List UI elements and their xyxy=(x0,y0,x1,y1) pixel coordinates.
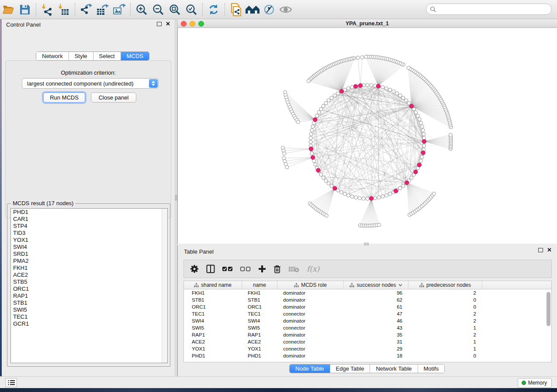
column-header-predecessor-nodes[interactable]: predecessor nodes xyxy=(408,281,482,289)
table-cell[interactable]: 2 xyxy=(408,331,482,338)
table-row[interactable]: SWI4SWI4dominator462 xyxy=(184,317,551,324)
column-header-MCDS-role[interactable]: MCDS role xyxy=(277,281,344,289)
divider-grip[interactable] xyxy=(175,195,177,200)
table-cell[interactable]: 46 xyxy=(344,317,408,324)
table-cell[interactable]: 1 xyxy=(408,324,482,331)
table-cell[interactable]: dominator xyxy=(277,317,344,324)
table-cell[interactable]: 0 xyxy=(408,303,482,310)
table-cell[interactable]: 61 xyxy=(344,303,408,310)
table-row[interactable]: FKH1FKH1dominator962 xyxy=(184,289,551,296)
mcds-node-item[interactable]: GCR1 xyxy=(11,320,167,327)
table-cell[interactable]: SWI4 xyxy=(184,317,242,324)
table-cell[interactable]: dominator xyxy=(277,296,344,303)
deselect-all-rows-button[interactable] xyxy=(240,266,251,272)
zoom-selected-button[interactable] xyxy=(184,2,199,17)
table-cell[interactable]: TEC1 xyxy=(184,310,242,317)
table-cell[interactable]: dominator xyxy=(277,289,344,296)
table-cell[interactable]: 2 xyxy=(408,317,482,324)
search-box[interactable] xyxy=(426,3,552,15)
table-cell[interactable]: 43 xyxy=(344,324,408,331)
table-cell[interactable]: 1 xyxy=(408,345,482,352)
network-window-titlebar[interactable]: YPA_prune.txt_1 xyxy=(177,19,557,28)
mcds-result-list[interactable]: PHD1CAR1STP4TID3YOX1SWI4SRD1PMA2FKH1ACE2… xyxy=(10,208,168,363)
network-home-button[interactable] xyxy=(245,2,260,17)
table-cell[interactable]: 2 xyxy=(408,310,482,317)
mcds-node-item[interactable]: TID3 xyxy=(11,230,167,237)
table-cell[interactable]: dominator xyxy=(277,303,344,310)
mcds-node-item[interactable]: SWI4 xyxy=(11,244,167,251)
table-cell[interactable]: 47 xyxy=(344,310,408,317)
tab-network-table[interactable]: Network Table xyxy=(370,364,418,373)
tab-select[interactable]: Select xyxy=(93,52,121,60)
import-network-button[interactable] xyxy=(40,2,55,17)
mcds-node-item[interactable]: PHD1 xyxy=(11,209,167,216)
table-cell[interactable]: 35 xyxy=(344,331,408,338)
table-cell[interactable]: SWI5 xyxy=(184,324,242,331)
table-cell[interactable]: SWI5 xyxy=(242,324,277,331)
table-cell[interactable]: ACE2 xyxy=(242,338,277,345)
table-cell[interactable]: dominator xyxy=(277,331,344,338)
table-cell[interactable]: 96 xyxy=(344,289,408,296)
duplicate-network-button[interactable] xyxy=(228,2,243,17)
hide-graphics-details-button[interactable] xyxy=(262,2,277,17)
table-cell[interactable]: connector xyxy=(277,345,344,352)
mcds-node-item[interactable]: RAP1 xyxy=(11,292,167,299)
mcds-list-scrollbar[interactable] xyxy=(162,209,167,363)
table-row[interactable]: SWI5SWI5connector431 xyxy=(184,324,551,331)
table-scrollbar-thumb[interactable] xyxy=(547,292,550,326)
delete-column-button[interactable] xyxy=(273,265,281,273)
mcds-node-item[interactable]: STB1 xyxy=(11,299,167,306)
table-row[interactable]: ORC1ORC1dominator610 xyxy=(184,303,551,310)
tab-network[interactable]: Network xyxy=(36,52,69,60)
mcds-node-item[interactable]: SWI5 xyxy=(11,306,167,313)
mcds-node-item[interactable]: PMA2 xyxy=(11,258,167,265)
table-cell[interactable]: YOX1 xyxy=(242,345,277,352)
save-session-button[interactable] xyxy=(17,2,32,17)
table-scrollbar[interactable] xyxy=(546,290,551,362)
mcds-node-item[interactable]: FKH1 xyxy=(11,265,167,272)
network-canvas[interactable] xyxy=(177,28,557,244)
mcds-node-item[interactable]: YOX1 xyxy=(11,237,167,244)
show-graphics-details-button[interactable] xyxy=(278,2,293,17)
close-panel-icon[interactable]: ✕ xyxy=(166,21,170,27)
export-network-button[interactable] xyxy=(79,2,93,17)
select-all-rows-button[interactable] xyxy=(222,266,233,272)
column-header-successor-nodes[interactable]: successor nodes xyxy=(344,281,408,289)
column-header-name[interactable]: name xyxy=(242,281,277,289)
mcds-node-item[interactable]: STB5 xyxy=(11,279,167,285)
table-cell[interactable]: connector xyxy=(277,310,344,317)
table-cell[interactable]: 62 xyxy=(344,296,408,303)
mcds-node-item[interactable]: SRD1 xyxy=(11,251,167,258)
table-cell[interactable]: RAP1 xyxy=(242,331,277,338)
tab-motifs[interactable]: Motifs xyxy=(418,364,445,373)
table-settings-button[interactable] xyxy=(190,265,199,273)
table-cell[interactable]: 2 xyxy=(408,289,482,296)
criterion-dropdown[interactable]: largest connected component (undirected) xyxy=(22,78,159,89)
table-cell[interactable]: PHD1 xyxy=(184,352,242,359)
table-cell[interactable]: ORC1 xyxy=(242,303,277,310)
table-cell[interactable]: TEC1 xyxy=(242,310,277,317)
close-panel-button[interactable]: Close panel xyxy=(91,93,136,103)
table-cell[interactable]: 29 xyxy=(344,345,408,352)
tab-node-table[interactable]: Node Table xyxy=(290,364,330,373)
mcds-node-item[interactable]: CAR1 xyxy=(11,216,167,223)
table-cell[interactable]: FKH1 xyxy=(184,289,242,296)
zoom-out-button[interactable] xyxy=(151,2,166,17)
float-panel-icon[interactable] xyxy=(157,22,162,26)
mcds-node-item[interactable]: ORC1 xyxy=(11,285,167,292)
tab-style[interactable]: Style xyxy=(69,52,93,60)
table-cell[interactable]: ORC1 xyxy=(184,303,242,310)
tab-mcds[interactable]: MCDS xyxy=(121,52,149,60)
table-row[interactable]: PHD1PHD1dominator180 xyxy=(184,352,551,359)
tab-edge-table[interactable]: Edge Table xyxy=(330,364,370,373)
table-row[interactable]: STB1STB1dominator620 xyxy=(184,296,551,303)
table-cell[interactable]: 0 xyxy=(408,296,482,303)
table-cell[interactable]: SWI4 xyxy=(242,317,277,324)
table-cell[interactable]: ACE2 xyxy=(184,338,242,345)
table-cell[interactable]: 18 xyxy=(344,352,408,359)
table-cell[interactable]: 1 xyxy=(408,338,482,345)
export-table-button[interactable] xyxy=(95,2,110,17)
close-table-panel-icon[interactable]: ✕ xyxy=(547,247,552,253)
table-row[interactable]: YOX1YOX1connector291 xyxy=(184,345,551,352)
table-cell[interactable]: FKH1 xyxy=(242,289,277,296)
